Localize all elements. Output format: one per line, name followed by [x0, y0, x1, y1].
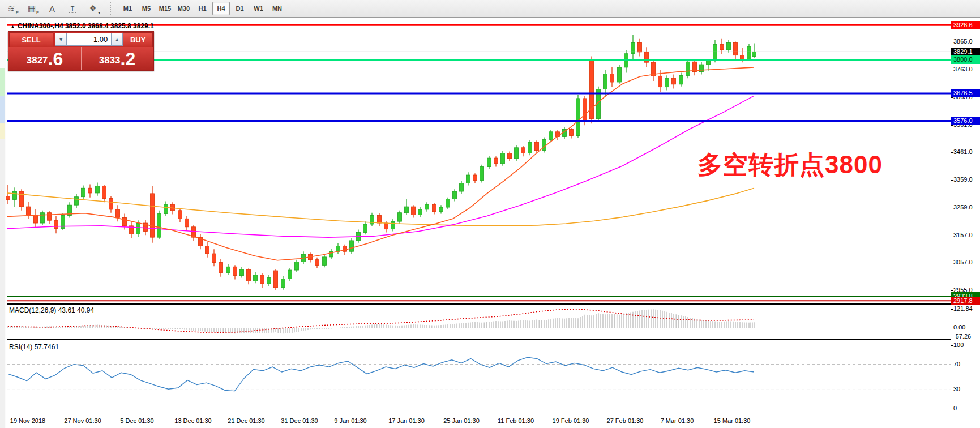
candle-body: [425, 204, 429, 209]
rsi-tick-30: 30: [953, 386, 960, 392]
macd-tick-0-tick: [951, 328, 953, 328]
candle-body: [34, 215, 38, 223]
price-tick-3157: 3157.0: [953, 232, 973, 238]
macd-label: MACD(12,26,9) 43.61 40.94: [9, 306, 94, 314]
candle-body: [604, 74, 607, 89]
price-badge-pivot-3800: 3800.0: [951, 55, 980, 64]
candle-body: [487, 158, 491, 166]
price-tick-3865-tick: [951, 42, 953, 42]
candle-body: [363, 224, 367, 232]
candle-body: [82, 188, 85, 196]
candle-body: [212, 254, 216, 262]
price-tick-2955-tick: [951, 290, 953, 291]
candle-body: [658, 76, 662, 87]
candle-body: [508, 153, 512, 159]
buy-price[interactable]: 3833.2: [81, 47, 153, 70]
candle-body: [260, 275, 264, 284]
volume-input[interactable]: [67, 33, 111, 46]
price-tick-3359: 3359.0: [953, 176, 973, 183]
candle-body: [240, 269, 244, 276]
candle-body: [254, 275, 258, 281]
candle-body: [535, 142, 539, 150]
price-tick-3763: 3763.0: [953, 66, 973, 72]
price-badge-support-2: 3576.0: [951, 117, 980, 125]
volume-decrease-button[interactable]: ▼: [55, 33, 67, 46]
candle-body: [295, 262, 299, 270]
date-label-13: 15 Mar 01:30: [714, 417, 751, 424]
candle-body: [96, 186, 100, 193]
candle-body: [665, 78, 669, 87]
volume-increase-button[interactable]: ▲: [111, 33, 123, 46]
candle-body: [378, 216, 382, 224]
candle-body: [20, 191, 24, 207]
candle-body: [6, 196, 10, 200]
candle-body: [323, 257, 327, 265]
candle-body: [384, 223, 388, 229]
price-tick-3865: 3865.0: [953, 38, 973, 45]
candle-body: [521, 148, 525, 153]
candle-body: [88, 188, 92, 193]
symbol-title-text: CHINA300-,H4 3852.0 3868.4 3825.8 3829.1: [18, 22, 154, 30]
price-tick-3461-tick: [951, 152, 953, 153]
candle-body: [480, 167, 484, 181]
date-label-5: 31 Dec 01:30: [281, 417, 318, 424]
price-tick-3057-tick: [951, 263, 953, 263]
chart-symbol-title: ▲CHINA300-,H4 3852.0 3868.4 3825.8 3829.…: [10, 22, 154, 30]
candle-body: [631, 42, 635, 53]
candles-group: [6, 35, 756, 290]
price-tick-3359-tick: [951, 180, 953, 181]
candle-body: [686, 62, 690, 75]
candle-body: [494, 158, 498, 164]
date-label-4: 21 Dec 01:30: [228, 417, 264, 424]
date-label-0: 19 Nov 2018: [10, 417, 45, 424]
price-tick-3057: 3057.0: [953, 259, 973, 266]
sell-button[interactable]: SELL: [9, 32, 53, 48]
candle-body: [734, 42, 738, 55]
one-click-trade-panel: SELL ▼ ▲ BUY 3827.6 3833.2: [8, 31, 154, 71]
rsi-tick-0: 0: [953, 405, 957, 412]
date-label-1: 27 Nov 01:30: [64, 417, 101, 424]
candle-body: [412, 207, 416, 215]
candle-body: [727, 42, 731, 50]
rsi-line: [8, 357, 754, 391]
candle-body: [206, 246, 209, 254]
rsi-tick-100: 100: [953, 341, 964, 348]
macd-tick-0: 0.00: [953, 324, 965, 331]
date-label-12: 7 Mar 01:30: [661, 417, 694, 424]
candle-body: [679, 75, 683, 84]
buy-button[interactable]: BUY: [123, 32, 153, 48]
candle-body: [549, 132, 553, 140]
macd-tick-121.84: 121.84: [953, 305, 973, 312]
candle-body: [405, 207, 409, 213]
sell-price[interactable]: 3827.6: [8, 47, 81, 70]
candle-body: [645, 52, 649, 62]
buy-price-dec: .2: [121, 50, 136, 68]
date-label-3: 13 Dec 01:30: [174, 417, 211, 424]
date-label-9: 11 Feb 01:30: [498, 417, 534, 424]
price-badge-current-price: 3829.1: [951, 48, 980, 56]
trade-panel-controls: SELL ▼ ▲ BUY: [8, 32, 153, 47]
price-badge-lower-red: 2917.8: [951, 297, 980, 305]
rsi-label: RSI(14) 57.7461: [9, 343, 59, 351]
candle-body: [136, 223, 140, 234]
candle-body: [219, 263, 223, 273]
candle-body: [747, 46, 751, 59]
price-tick-3259-tick: [951, 208, 953, 208]
candle-body: [453, 191, 457, 199]
candle-body: [157, 214, 161, 238]
candle-body: [439, 207, 443, 212]
candle-body: [178, 211, 182, 219]
macd-tick--57.26: -57.26: [953, 333, 971, 340]
date-label-11: 27 Feb 01:30: [607, 417, 644, 424]
date-label-6: 9 Jan 01:30: [334, 417, 367, 424]
price-badge-support-1: 3676.5: [951, 89, 980, 97]
symbol-marker-icon: ▲: [10, 24, 15, 29]
candle-body: [350, 241, 354, 251]
macd-tick-121.84-tick: [951, 309, 953, 310]
candle-body: [247, 269, 251, 281]
candle-body: [576, 99, 580, 136]
candle-body: [713, 44, 717, 61]
candle-body: [281, 279, 285, 288]
candle-body: [123, 217, 127, 225]
sell-price-int: 3827: [27, 53, 48, 68]
